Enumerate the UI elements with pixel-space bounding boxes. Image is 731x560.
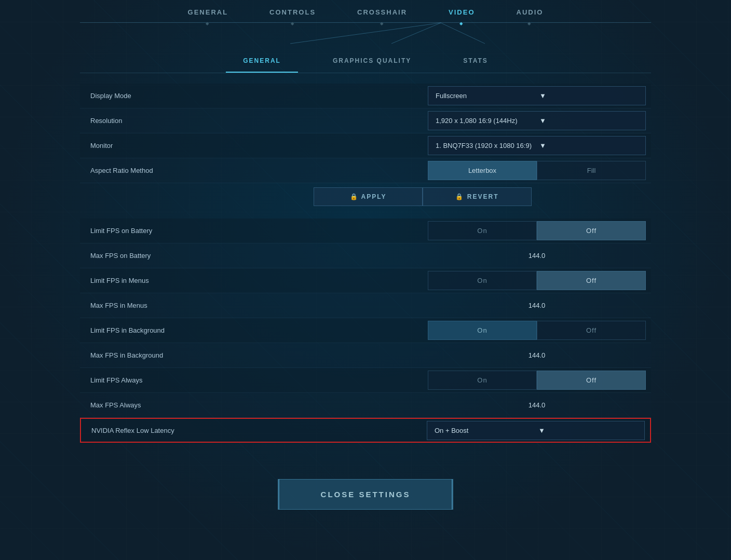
limit-fps-battery-control: On Off xyxy=(314,221,646,240)
connector-area xyxy=(80,23,651,44)
limit-fps-menus-off-btn[interactable]: Off xyxy=(537,271,646,290)
dropdown-arrow-icon: ▼ xyxy=(539,92,638,100)
settings-content: Display Mode Fullscreen ▼ Resolution 1,9… xyxy=(80,73,651,453)
limit-fps-menus-toggle: On Off xyxy=(428,271,646,290)
setting-row-limit-fps-always: Limit FPS Always On Off xyxy=(80,368,651,393)
limit-fps-background-on-btn[interactable]: On xyxy=(428,321,537,340)
monitor-control: 1. BNQ7F33 (1920 x 1080 16:9) ▼ xyxy=(314,136,646,155)
max-fps-menus-label: Max FPS in Menus xyxy=(85,295,314,316)
limit-fps-background-control: On Off xyxy=(314,321,646,340)
svg-line-2 xyxy=(441,23,485,44)
resolution-dropdown[interactable]: 1,920 x 1,080 16:9 (144Hz) ▼ xyxy=(428,111,646,130)
limit-fps-menus-label: Limit FPS in Menus xyxy=(85,270,314,291)
setting-row-max-fps-battery: Max FPS on Battery 144.0 xyxy=(80,243,651,268)
aspect-ratio-control: Letterbox Fill xyxy=(314,161,646,180)
lock-icon: 🔒 xyxy=(455,193,464,200)
limit-fps-always-off-btn[interactable]: Off xyxy=(537,371,646,390)
limit-fps-battery-toggle: On Off xyxy=(428,221,646,240)
svg-line-1 xyxy=(391,23,441,44)
tab-controls[interactable]: CONTROLS xyxy=(249,0,336,22)
setting-row-aspect-ratio: Aspect Ratio Method Letterbox Fill xyxy=(80,158,651,183)
revert-label: REVERT xyxy=(467,193,499,200)
close-settings-button[interactable]: CLOSE SETTINGS xyxy=(279,479,453,510)
limit-fps-background-label: Limit FPS in Background xyxy=(85,320,314,340)
display-mode-label: Display Mode xyxy=(85,86,314,106)
max-fps-battery-control: 144.0 xyxy=(314,245,646,266)
resolution-value: 1,920 x 1,080 16:9 (144Hz) xyxy=(436,117,534,125)
aspect-ratio-label: Aspect Ratio Method xyxy=(85,160,314,181)
connector-svg xyxy=(80,23,651,44)
max-fps-background-label: Max FPS in Background xyxy=(85,345,314,365)
aspect-fill-btn[interactable]: Fill xyxy=(537,161,646,180)
setting-row-max-fps-background: Max FPS in Background 144.0 xyxy=(80,343,651,368)
tab-crosshair[interactable]: CROSSHAIR xyxy=(336,0,428,22)
lock-icon: 🔒 xyxy=(350,193,359,200)
sub-tab-stats[interactable]: STATS xyxy=(437,53,514,69)
max-fps-always-control: 144.0 xyxy=(314,395,646,415)
max-fps-menus-control: 144.0 xyxy=(314,295,646,316)
settings-container: GENERAL CONTROLS CROSSHAIR VIDEO AUDIO G… xyxy=(80,0,651,520)
setting-row-max-fps-always: Max FPS Always 144.0 xyxy=(80,393,651,418)
setting-row-monitor: Monitor 1. BNQ7F33 (1920 x 1080 16:9) ▼ xyxy=(80,133,651,158)
top-nav: GENERAL CONTROLS CROSSHAIR VIDEO AUDIO xyxy=(80,0,651,23)
dropdown-arrow-icon: ▼ xyxy=(539,142,638,149)
aspect-letterbox-btn[interactable]: Letterbox xyxy=(428,161,537,180)
limit-fps-menus-on-btn[interactable]: On xyxy=(428,271,537,290)
sub-tab-graphics-quality[interactable]: GRAPHICS QUALITY xyxy=(307,53,437,69)
apply-label: APPLY xyxy=(361,193,386,200)
setting-row-limit-fps-battery: Limit FPS on Battery On Off xyxy=(80,218,651,243)
limit-fps-background-off-btn[interactable]: Off xyxy=(537,321,646,340)
revert-button[interactable]: 🔒 REVERT xyxy=(423,187,532,206)
setting-row-resolution: Resolution 1,920 x 1,080 16:9 (144Hz) ▼ xyxy=(80,108,651,133)
max-fps-always-value: 144.0 xyxy=(428,395,646,415)
dropdown-arrow-icon: ▼ xyxy=(539,117,638,125)
max-fps-background-value: 144.0 xyxy=(428,345,646,365)
display-mode-dropdown[interactable]: Fullscreen ▼ xyxy=(428,86,646,105)
section-divider xyxy=(80,210,651,218)
max-fps-menus-value: 144.0 xyxy=(428,295,646,316)
limit-fps-always-toggle: On Off xyxy=(428,371,646,390)
apply-revert-row: 🔒 APPLY 🔒 REVERT xyxy=(80,183,651,210)
limit-fps-background-toggle: On Off xyxy=(428,321,646,340)
limit-fps-battery-label: Limit FPS on Battery xyxy=(85,221,314,241)
close-settings-container: CLOSE SETTINGS xyxy=(80,453,651,520)
setting-row-limit-fps-background: Limit FPS in Background On Off xyxy=(80,318,651,343)
monitor-label: Monitor xyxy=(85,135,314,156)
limit-fps-battery-off-btn[interactable]: Off xyxy=(537,221,646,240)
limit-fps-always-label: Limit FPS Always xyxy=(85,370,314,390)
resolution-label: Resolution xyxy=(85,111,314,131)
limit-fps-always-on-btn[interactable]: On xyxy=(428,371,537,390)
aspect-ratio-group: Letterbox Fill xyxy=(428,161,646,180)
apply-button[interactable]: 🔒 APPLY xyxy=(314,187,423,206)
tab-video[interactable]: VIDEO xyxy=(428,0,495,22)
setting-row-limit-fps-menus: Limit FPS in Menus On Off xyxy=(80,268,651,293)
max-fps-always-label: Max FPS Always xyxy=(85,395,314,415)
svg-line-0 xyxy=(290,23,441,44)
sub-tab-general[interactable]: GENERAL xyxy=(217,53,307,69)
setting-row-display-mode: Display Mode Fullscreen ▼ xyxy=(80,84,651,108)
limit-fps-battery-on-btn[interactable]: On xyxy=(428,221,537,240)
display-mode-value: Fullscreen xyxy=(436,92,534,100)
nvidia-reflex-control: On + Boost ▼ xyxy=(315,421,645,440)
max-fps-background-control: 144.0 xyxy=(314,345,646,365)
display-mode-control: Fullscreen ▼ xyxy=(314,86,646,105)
nvidia-reflex-value: On + Boost xyxy=(435,427,533,434)
setting-row-max-fps-menus: Max FPS in Menus 144.0 xyxy=(80,293,651,318)
nvidia-reflex-dropdown[interactable]: On + Boost ▼ xyxy=(427,421,645,440)
limit-fps-menus-control: On Off xyxy=(314,271,646,290)
nvidia-reflex-label: NVIDIA Reflex Low Latency xyxy=(86,420,315,441)
monitor-dropdown[interactable]: 1. BNQ7F33 (1920 x 1080 16:9) ▼ xyxy=(428,136,646,155)
max-fps-battery-label: Max FPS on Battery xyxy=(85,245,314,266)
tab-general[interactable]: GENERAL xyxy=(167,0,249,22)
dropdown-arrow-icon: ▼ xyxy=(538,427,637,434)
max-fps-battery-value: 144.0 xyxy=(428,245,646,266)
monitor-value: 1. BNQ7F33 (1920 x 1080 16:9) xyxy=(436,142,534,149)
resolution-control: 1,920 x 1,080 16:9 (144Hz) ▼ xyxy=(314,111,646,130)
setting-row-nvidia-reflex: NVIDIA Reflex Low Latency On + Boost ▼ xyxy=(80,418,651,443)
tab-audio[interactable]: AUDIO xyxy=(496,0,564,22)
limit-fps-always-control: On Off xyxy=(314,371,646,390)
sub-nav: GENERAL GRAPHICS QUALITY STATS xyxy=(80,44,651,73)
